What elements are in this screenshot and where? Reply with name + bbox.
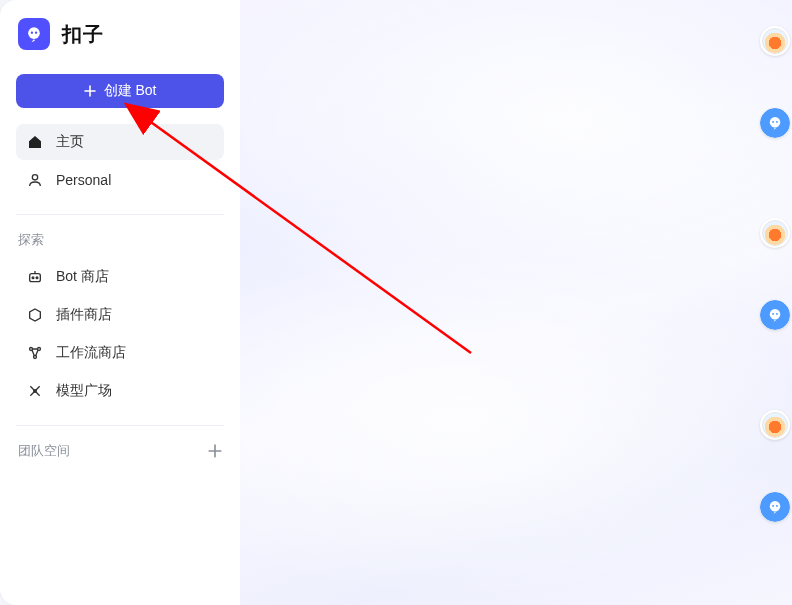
explore-section-title: 探索	[16, 231, 224, 259]
plugin-store-icon	[26, 306, 44, 324]
nav-personal[interactable]: Personal	[16, 162, 224, 198]
explore-nav: Bot 商店 插件商店 工作流商店 模型广场	[16, 259, 224, 409]
main-area	[240, 0, 792, 605]
sidebar: 扣子 创建 Bot 主页 Personal 探索	[0, 0, 240, 605]
svg-point-2	[35, 32, 37, 34]
person-icon	[26, 171, 44, 189]
nav-model-square-label: 模型广场	[56, 382, 112, 400]
primary-nav: 主页 Personal	[16, 124, 224, 198]
create-bot-label: 创建 Bot	[104, 82, 157, 100]
model-square-icon	[26, 382, 44, 400]
nav-home[interactable]: 主页	[16, 124, 224, 160]
svg-point-19	[776, 505, 778, 507]
svg-point-11	[770, 117, 781, 128]
right-float-column	[752, 0, 792, 605]
workflow-store-icon	[26, 344, 44, 362]
bot-icon	[760, 492, 790, 522]
svg-point-5	[32, 277, 34, 279]
bot-icon	[760, 300, 790, 330]
add-team-space-button[interactable]	[208, 444, 222, 458]
svg-point-6	[36, 277, 38, 279]
bot-icon	[760, 108, 790, 138]
svg-point-14	[770, 309, 781, 320]
nav-bot-store[interactable]: Bot 商店	[16, 259, 224, 295]
svg-point-9	[34, 356, 37, 359]
svg-point-16	[776, 313, 778, 315]
brand-logo-icon	[18, 18, 50, 50]
float-avatar-2[interactable]	[760, 218, 790, 248]
nav-plugin-store-label: 插件商店	[56, 306, 112, 324]
team-space-header: 团队空间	[16, 442, 224, 460]
nav-bot-store-label: Bot 商店	[56, 268, 109, 286]
float-bot-2[interactable]	[760, 300, 790, 330]
nav-home-label: 主页	[56, 133, 84, 151]
brand-name: 扣子	[62, 21, 104, 48]
balloon-icon	[762, 220, 788, 246]
create-bot-button[interactable]: 创建 Bot	[16, 74, 224, 108]
svg-point-13	[776, 121, 778, 123]
svg-point-15	[772, 313, 774, 315]
svg-point-17	[770, 501, 781, 512]
brand: 扣子	[16, 18, 224, 50]
balloon-icon	[762, 412, 788, 438]
svg-point-12	[772, 121, 774, 123]
nav-workflow-store-label: 工作流商店	[56, 344, 126, 362]
nav-plugin-store[interactable]: 插件商店	[16, 297, 224, 333]
nav-workflow-store[interactable]: 工作流商店	[16, 335, 224, 371]
divider	[16, 214, 224, 215]
nav-personal-label: Personal	[56, 172, 111, 188]
float-bot-1[interactable]	[760, 108, 790, 138]
float-avatar-1[interactable]	[760, 26, 790, 56]
balloon-icon	[762, 28, 788, 54]
float-bot-3[interactable]	[760, 492, 790, 522]
nav-model-square[interactable]: 模型广场	[16, 373, 224, 409]
svg-point-3	[32, 175, 37, 180]
home-icon	[26, 133, 44, 151]
app-root: 扣子 创建 Bot 主页 Personal 探索	[0, 0, 792, 605]
team-space-title: 团队空间	[18, 442, 70, 460]
svg-rect-4	[30, 274, 41, 282]
divider	[16, 425, 224, 426]
float-avatar-3[interactable]	[760, 410, 790, 440]
svg-point-18	[772, 505, 774, 507]
bot-store-icon	[26, 268, 44, 286]
svg-point-0	[28, 27, 40, 39]
svg-point-1	[31, 32, 33, 34]
plus-icon	[84, 85, 96, 97]
